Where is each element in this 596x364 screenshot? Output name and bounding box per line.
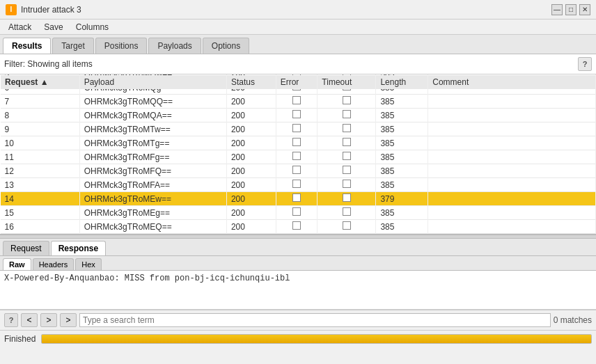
title-bar: I Intruder attack 3 — □ ✕ — [0, 0, 596, 19]
cell-timeout — [317, 178, 376, 192]
search-input[interactable] — [79, 313, 551, 327]
cell-error — [276, 150, 317, 164]
cell-comment — [428, 136, 596, 150]
menu-save[interactable]: Save — [38, 21, 68, 33]
status-bar: Finished — [0, 330, 596, 347]
tab-payloads[interactable]: Payloads — [148, 38, 201, 54]
cell-status: 200 — [226, 206, 276, 220]
cell-payload: OHRMck3gTRoMEw== — [79, 192, 226, 206]
table-row[interactable]: 8OHRMck3gTRoMQA==200385 — [1, 109, 596, 122]
cell-error — [276, 178, 317, 192]
cell-status: 200 — [226, 122, 276, 136]
match-count: 0 matches — [554, 315, 592, 325]
col-payload[interactable]: Payload — [79, 74, 226, 89]
main-tabs: Results Target Positions Payloads Option… — [0, 35, 596, 54]
col-error[interactable]: Error — [276, 74, 317, 89]
cell-timeout — [317, 192, 376, 206]
cell-error — [276, 206, 317, 220]
table-row[interactable]: 10OHRMck3gTRoMTg==200385 — [1, 136, 596, 150]
cell-status: 200 — [226, 136, 276, 150]
cell-payload: OHRMck3gTRoMQA== — [79, 109, 226, 122]
cell-timeout — [317, 109, 376, 122]
results-table: Request ▲ Payload Status Error Timeout L… — [0, 74, 596, 234]
tab-results[interactable]: Results — [3, 38, 51, 54]
cell-error — [276, 164, 317, 178]
menu-columns[interactable]: Columns — [70, 21, 114, 33]
col-status[interactable]: Status — [226, 74, 276, 89]
menu-attack[interactable]: Attack — [3, 21, 37, 33]
table-row[interactable]: 9OHRMck3gTRoMTw==200385 — [1, 122, 596, 136]
title-bar-left: I Intruder attack 3 — [6, 4, 81, 15]
cell-comment — [428, 122, 596, 136]
maximize-button[interactable]: □ — [565, 4, 577, 15]
cell-payload: OHRMck3gTRoMFg== — [79, 150, 226, 164]
table-row[interactable]: 13OHRMck3gTRoMFA==200385 — [1, 178, 596, 192]
cell-request: 8 — [1, 109, 80, 122]
col-length[interactable]: Length — [376, 74, 428, 89]
cell-payload: OHRMck3gTRoMEg== — [79, 206, 226, 220]
response-content[interactable]: X-Powered-By-Anquanbao: MISS from pon-bj… — [0, 271, 596, 310]
table-row[interactable]: 16OHRMck3gTRoMEQ==200385 — [1, 220, 596, 234]
cell-request: 15 — [1, 206, 80, 220]
table-row[interactable]: 7OHRMck3gTRoMQQ==200385 — [1, 95, 596, 109]
table-row[interactable]: 12OHRMck3gTRoMFQ==200385 — [1, 164, 596, 178]
cell-length: 379 — [376, 192, 428, 206]
cell-request: 9 — [1, 122, 80, 136]
cell-error — [276, 109, 317, 122]
tab-request[interactable]: Request — [3, 241, 49, 255]
cell-request: 11 — [1, 150, 80, 164]
status-text: Finished — [4, 334, 36, 344]
cell-request: 12 — [1, 164, 80, 178]
tab-positions[interactable]: Positions — [95, 38, 148, 54]
cell-payload: OHRMck3gTRoMEQ== — [79, 220, 226, 234]
table-row[interactable]: 15OHRMck3gTRoMEg==200385 — [1, 206, 596, 220]
cell-length: 385 — [376, 109, 428, 122]
table-body: 5OHRMck3gTRoMQw==2003856OHRMck3gTRoMQg==… — [1, 74, 596, 234]
cell-status: 200 — [226, 220, 276, 234]
cell-status: 200 — [226, 109, 276, 122]
cell-timeout — [317, 136, 376, 150]
col-comment[interactable]: Comment — [428, 74, 596, 89]
cell-error — [276, 95, 317, 109]
tab-hex[interactable]: Hex — [75, 258, 102, 270]
close-button[interactable]: ✕ — [579, 4, 590, 15]
cell-request: 13 — [1, 178, 80, 192]
cell-status: 200 — [226, 164, 276, 178]
cell-timeout — [317, 122, 376, 136]
req-resp-tabs: Request Response — [0, 239, 596, 256]
response-text: X-Powered-By-Anquanbao: MISS from pon-bj… — [4, 274, 290, 283]
col-timeout[interactable]: Timeout — [317, 74, 376, 89]
tab-response[interactable]: Response — [51, 241, 106, 255]
table-row[interactable]: 14OHRMck3gTRoMEw==200379 — [1, 192, 596, 206]
cell-length: 385 — [376, 122, 428, 136]
tab-headers[interactable]: Headers — [33, 258, 74, 270]
cell-length: 385 — [376, 150, 428, 164]
cell-status: 200 — [226, 192, 276, 206]
tab-raw[interactable]: Raw — [3, 258, 31, 270]
cell-comment — [428, 109, 596, 122]
results-table-container[interactable]: Request ▲ Payload Status Error Timeout L… — [0, 74, 596, 235]
filter-bar: Filter: Showing all items ? — [0, 54, 596, 74]
search-prev-button[interactable]: < — [21, 313, 38, 327]
cell-timeout — [317, 206, 376, 220]
filter-text: Filter: Showing all items — [4, 59, 574, 69]
table-row[interactable]: 11OHRMck3gTRoMFg==200385 — [1, 150, 596, 164]
filter-help-button[interactable]: ? — [578, 57, 592, 71]
cell-payload: OHRMck3gTRoMFQ== — [79, 164, 226, 178]
progress-bar-container — [41, 334, 592, 344]
window-controls: — □ ✕ — [551, 4, 590, 15]
cell-comment — [428, 164, 596, 178]
tab-options[interactable]: Options — [203, 38, 249, 54]
minimize-button[interactable]: — — [551, 4, 563, 15]
search-next-button[interactable]: > — [40, 313, 57, 327]
cell-comment — [428, 206, 596, 220]
cell-comment — [428, 150, 596, 164]
search-help-button[interactable]: ? — [4, 313, 18, 327]
col-request[interactable]: Request ▲ — [1, 74, 80, 89]
cell-length: 385 — [376, 178, 428, 192]
format-tabs: Raw Headers Hex — [0, 256, 596, 271]
cell-request: 7 — [1, 95, 80, 109]
cell-payload: OHRMck3gTRoMTg== — [79, 136, 226, 150]
search-forward-button[interactable]: > — [60, 313, 77, 327]
tab-target[interactable]: Target — [52, 38, 93, 54]
